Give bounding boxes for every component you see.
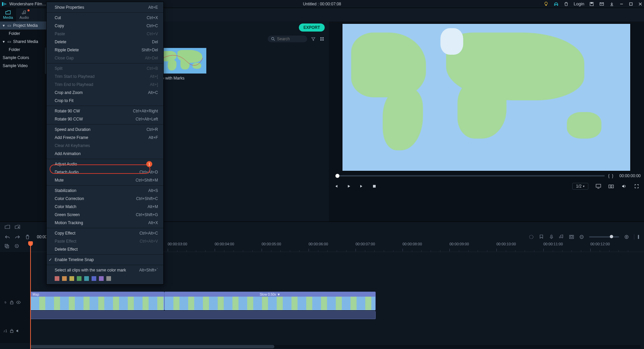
menu-item[interactable]: Color MatchAlt+M <box>47 203 163 211</box>
mail-icon[interactable] <box>599 1 604 7</box>
voiceover-icon[interactable] <box>549 234 554 240</box>
color-swatch[interactable] <box>99 276 104 281</box>
color-swatch[interactable] <box>84 276 89 281</box>
render-icon[interactable] <box>529 234 534 240</box>
headset-icon[interactable] <box>553 1 559 7</box>
color-swatch[interactable] <box>55 276 59 281</box>
menu-shortcut: Ctrl+Alt+D <box>140 170 158 174</box>
zoom-in-icon[interactable] <box>624 234 629 240</box>
sidebar-item-shared-media[interactable]: ▾▭Shared Media <box>0 38 47 46</box>
fullscreen-icon[interactable] <box>634 184 639 189</box>
search-input[interactable] <box>268 36 307 42</box>
media-thumb-map-marks[interactable]: Map with Marks <box>156 48 207 81</box>
color-swatch[interactable] <box>77 276 82 281</box>
menu-item[interactable]: StabilizationAlt+S <box>47 187 163 195</box>
display-icon[interactable] <box>596 184 601 189</box>
prev-frame-icon[interactable] <box>333 184 339 189</box>
tab-audio[interactable]: Audio <box>16 8 32 21</box>
search-field[interactable] <box>277 37 304 41</box>
color-swatch[interactable] <box>62 276 67 281</box>
menu-item[interactable]: Rotate 90 CWCtrl+Alt+Right <box>47 107 163 115</box>
menu-item[interactable]: Add Animation <box>47 150 163 158</box>
filter-icon[interactable] <box>311 36 316 42</box>
menu-item[interactable]: Copy EffectCtrl+Alt+C <box>47 229 163 237</box>
menu-item[interactable]: Rotate 90 CCWCtrl+Alt+Left <box>47 115 163 123</box>
color-swatch[interactable] <box>69 276 74 281</box>
sidebar-item-sample-colors[interactable]: Sample Colors <box>0 54 47 62</box>
menu-item[interactable]: ✓Enable Timeline Snap <box>47 256 163 264</box>
chevron-down-icon: ▾ <box>3 23 6 28</box>
marker-icon[interactable] <box>539 234 544 240</box>
sidebar-item-sample-video[interactable]: Sample Video <box>0 62 47 70</box>
audio-mixer-icon[interactable] <box>559 234 564 240</box>
window-close-icon[interactable] <box>638 2 643 6</box>
menu-item[interactable]: Show PropertiesAlt+E <box>47 3 163 11</box>
crop-icon[interactable] <box>569 234 574 240</box>
color-swatch[interactable] <box>92 276 96 281</box>
menu-item[interactable]: Motion TrackingAlt+X <box>47 219 163 227</box>
menu-item[interactable]: CopyCtrl+C <box>47 22 163 30</box>
window-maximize-icon[interactable] <box>629 2 633 6</box>
zoom-fit-icon[interactable] <box>634 234 639 240</box>
menu-item[interactable]: Crop and ZoomAlt+C <box>47 89 163 97</box>
grid-view-icon[interactable] <box>319 36 325 42</box>
timeline-clip[interactable]: Slow 0.50x ▼ <box>164 292 376 310</box>
preview-quality-select[interactable]: 1/2▾ <box>572 183 588 190</box>
next-frame-icon[interactable] <box>359 184 364 189</box>
menu-item[interactable]: MuteCtrl+Shift+M <box>47 176 163 184</box>
sidebar-item-folder[interactable]: Folder <box>0 46 47 54</box>
menu-item[interactable]: Color CorrectionCtrl+Shift+C <box>47 195 163 203</box>
menu-item[interactable]: Adjust Audio <box>47 160 163 168</box>
speaker-icon[interactable] <box>16 329 20 333</box>
menu-item[interactable]: Green ScreenCtrl+Shift+G <box>47 211 163 219</box>
color-swatch[interactable] <box>106 276 111 281</box>
menu-item[interactable]: Ripple DeleteShift+Del <box>47 46 163 54</box>
export-button[interactable]: EXPORT <box>299 23 325 32</box>
timeline-audio-clip[interactable] <box>30 311 376 319</box>
playhead-cap-icon[interactable] <box>28 241 33 246</box>
play-icon[interactable] <box>346 184 352 189</box>
menu-item[interactable]: CutCtrl+X <box>47 14 163 22</box>
menu-item[interactable]: Add Freeze FrameAlt+F <box>47 134 163 142</box>
copy-icon[interactable] <box>4 243 9 249</box>
save-icon[interactable] <box>589 1 594 7</box>
scrollbar-thumb[interactable] <box>30 345 274 348</box>
download-icon[interactable] <box>609 1 614 7</box>
zoom-out-icon[interactable] <box>579 234 584 240</box>
import-folder-icon[interactable] <box>5 224 10 230</box>
tab-media[interactable]: Media <box>0 8 16 21</box>
menu-item[interactable]: Speed and DurationCtrl+R <box>47 126 163 134</box>
menu-item[interactable]: Delete Effect <box>47 245 163 253</box>
snapshot-icon[interactable] <box>608 184 614 189</box>
video-track-header[interactable] <box>0 292 30 312</box>
zoom-slider[interactable] <box>589 236 619 238</box>
redo-icon[interactable] <box>15 234 20 240</box>
trash-icon[interactable] <box>564 1 569 7</box>
login-link[interactable]: Login <box>574 1 584 6</box>
stop-icon[interactable] <box>372 184 377 189</box>
lightbulb-icon[interactable] <box>543 1 549 7</box>
menu-item[interactable]: Detach AudioCtrl+Alt+D <box>47 168 163 176</box>
window-minimize-icon[interactable] <box>619 2 624 6</box>
sidebar-item-project-media[interactable]: ▾▭Project Media <box>0 21 47 30</box>
playhead[interactable] <box>30 242 31 349</box>
sidebar-item-folder[interactable]: Folder <box>0 30 47 38</box>
timeline-clip[interactable]: Map <box>30 292 164 310</box>
lock-icon[interactable] <box>10 300 13 304</box>
seek-knob-icon[interactable] <box>335 174 339 178</box>
delete-icon[interactable] <box>25 234 30 240</box>
menu-item[interactable]: Select all clips with the same color mar… <box>47 266 163 274</box>
zoom-knob-icon[interactable] <box>610 235 613 238</box>
lock-icon[interactable] <box>10 329 13 333</box>
undo-icon[interactable] <box>5 234 10 240</box>
timeline-scrollbar[interactable] <box>30 345 641 348</box>
audio-track-header[interactable]: ♪1 <box>0 326 30 336</box>
menu-item[interactable]: Crop to Fit <box>47 97 163 105</box>
seek-bar[interactable] <box>335 175 605 177</box>
preview-viewport[interactable] <box>342 23 631 171</box>
volume-icon[interactable] <box>621 184 627 189</box>
menu-item[interactable]: DeleteDel <box>47 38 163 46</box>
record-folder-icon[interactable] <box>15 224 20 230</box>
effects-icon[interactable] <box>14 243 19 249</box>
eye-icon[interactable] <box>16 301 21 304</box>
